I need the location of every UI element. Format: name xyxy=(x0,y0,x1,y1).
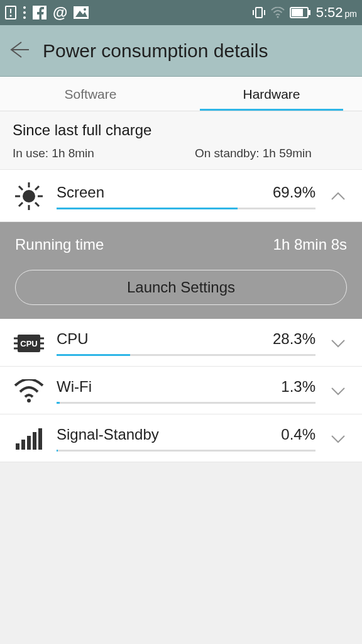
item-pct: 1.3% xyxy=(281,378,315,396)
vibrate-icon xyxy=(252,6,266,19)
battery-icon xyxy=(290,7,311,18)
running-section: Running time 1h 8min 8s Launch Settings xyxy=(0,222,362,319)
svg-point-4 xyxy=(23,11,26,14)
item-pct: 28.3% xyxy=(273,330,315,348)
signal-icon xyxy=(13,427,45,451)
launch-settings-button[interactable]: Launch Settings xyxy=(15,270,347,305)
progress-bar xyxy=(57,450,315,452)
wifi-icon xyxy=(271,7,285,18)
hardware-item-wifi[interactable]: Wi-Fi 1.3% xyxy=(0,367,362,414)
item-name: Wi-Fi xyxy=(57,378,281,396)
svg-rect-10 xyxy=(256,8,262,18)
running-label: Running time xyxy=(15,236,104,253)
since-section: Since last full charge In use: 1h 8min O… xyxy=(0,111,362,170)
back-icon[interactable] xyxy=(9,41,30,61)
tab-hardware[interactable]: Hardware xyxy=(181,77,362,111)
hardware-item-cpu[interactable]: CPU CPU 28.3% xyxy=(0,319,362,367)
svg-point-9 xyxy=(84,8,86,11)
svg-rect-16 xyxy=(309,10,310,15)
hardware-item-signal[interactable]: Signal-Standby 0.4% xyxy=(0,414,362,462)
wifi-icon xyxy=(13,379,45,403)
since-heading: Since last full charge xyxy=(13,121,349,139)
svg-point-18 xyxy=(23,190,35,203)
item-name: Screen xyxy=(57,184,273,201)
progress-bar xyxy=(57,208,315,209)
item-pct: 69.9% xyxy=(273,184,315,201)
chevron-up-icon xyxy=(327,192,349,201)
standby-label: On standby: 1h 59min xyxy=(195,147,312,160)
tabs: Software Hardware xyxy=(0,77,362,111)
item-name: CPU xyxy=(57,330,273,348)
running-value: 1h 8min 8s xyxy=(273,236,347,253)
progress-bar xyxy=(57,402,315,404)
page-title: Power consumption details xyxy=(43,40,268,62)
svg-line-24 xyxy=(35,203,39,206)
tab-software[interactable]: Software xyxy=(0,77,181,111)
svg-rect-38 xyxy=(27,436,31,450)
svg-point-35 xyxy=(27,399,31,402)
status-bar: @ 5:52pm xyxy=(0,0,362,25)
chevron-down-icon xyxy=(327,387,349,396)
svg-point-2 xyxy=(10,15,12,17)
at-icon: @ xyxy=(53,4,67,21)
svg-point-13 xyxy=(277,16,278,18)
sun-icon xyxy=(13,181,45,211)
hardware-item-screen[interactable]: Screen 69.9% xyxy=(0,170,362,222)
svg-rect-15 xyxy=(292,9,303,16)
facebook-icon xyxy=(33,6,47,19)
svg-line-25 xyxy=(19,203,23,206)
item-name: Signal-Standby xyxy=(57,426,281,443)
alert-icon xyxy=(5,6,16,19)
svg-rect-40 xyxy=(38,428,42,450)
progress-bar xyxy=(57,354,315,356)
image-icon xyxy=(74,6,89,19)
svg-rect-39 xyxy=(33,432,36,450)
chevron-down-icon xyxy=(327,435,349,443)
svg-line-26 xyxy=(35,186,39,190)
more-icon xyxy=(23,6,26,19)
chevron-down-icon xyxy=(327,339,349,348)
in-use-label: In use: 1h 8min xyxy=(13,147,195,160)
app-header: Power consumption details xyxy=(0,25,362,77)
cpu-icon: CPU xyxy=(13,332,45,355)
svg-rect-36 xyxy=(16,443,19,450)
svg-rect-37 xyxy=(21,440,25,450)
svg-point-3 xyxy=(23,6,26,9)
svg-text:CPU: CPU xyxy=(20,339,37,348)
item-pct: 0.4% xyxy=(281,426,315,443)
status-time: 5:52pm xyxy=(316,4,357,21)
svg-line-23 xyxy=(19,186,23,190)
svg-point-5 xyxy=(23,16,26,19)
